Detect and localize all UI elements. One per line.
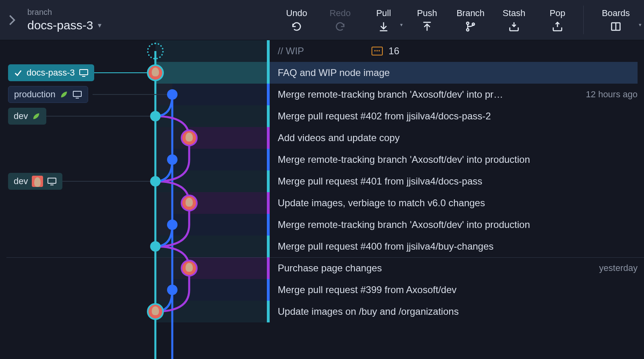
pull-dropdown-icon[interactable]: ▾ (400, 22, 403, 28)
ref-dev-local[interactable]: dev (8, 108, 46, 125)
commit-node-avatar[interactable] (181, 260, 198, 277)
stash-icon (508, 21, 520, 32)
redo-button[interactable]: Redo (318, 0, 362, 40)
chevron-right-icon (8, 14, 16, 26)
commit-node[interactable] (150, 176, 161, 187)
commit-message: Merge pull request #402 from jjsilva4/do… (278, 111, 491, 122)
commit-message: Merge remote-tracking branch 'Axosoft/de… (278, 89, 503, 100)
boards-icon (610, 21, 621, 32)
monitor-icon (72, 90, 82, 98)
branch-label: branch (27, 8, 124, 16)
wip-file-count: 16 (388, 45, 399, 57)
commit-message: Merge remote-tracking branch 'Axosoft/de… (278, 154, 530, 165)
branch-icon (465, 21, 476, 32)
commit-node[interactable] (150, 111, 161, 121)
wip-files-icon: ••• (372, 47, 383, 55)
ref-connector (60, 181, 150, 182)
commit-node-avatar[interactable] (147, 303, 164, 320)
leaf-icon (32, 112, 41, 121)
ref-label: dev (14, 176, 28, 187)
ref-label: docs-pass-3 (27, 68, 75, 78)
chevron-down-icon: ▾ (98, 21, 101, 30)
commit-row[interactable]: Purchase page changes yesterday (0, 257, 644, 279)
commit-message: Add videos and update copy (278, 132, 400, 144)
redo-icon (334, 21, 346, 32)
pop-icon (552, 21, 563, 32)
svg-point-4 (466, 22, 469, 24)
commit-row[interactable]: Merge pull request #400 from jjsilva4/bu… (0, 236, 644, 257)
commit-node[interactable] (167, 285, 178, 295)
commit-message: Purchase page changes (278, 263, 382, 274)
branch-name: docs-pass-3 (27, 18, 93, 32)
toolbar-separator (583, 6, 584, 34)
commit-row[interactable]: Merge remote-tracking branch 'Axosoft/de… (0, 214, 644, 236)
monitor-icon (79, 69, 89, 77)
boards-dropdown-icon[interactable]: ▾ (639, 22, 642, 28)
commit-message: Merge remote-tracking branch 'Axosoft/de… (278, 219, 530, 230)
commit-node[interactable] (167, 154, 178, 165)
commit-node[interactable] (167, 89, 178, 100)
ref-dev-remote[interactable]: dev (8, 173, 62, 190)
wip-label: // WIP (278, 45, 304, 57)
ref-docs-pass-3[interactable]: docs-pass-3 (8, 64, 94, 81)
commit-node-avatar[interactable] (181, 195, 198, 211)
back-button[interactable] (0, 0, 24, 40)
push-icon (421, 21, 433, 32)
monitor-icon (47, 177, 57, 185)
stash-button[interactable]: Stash (492, 0, 536, 40)
commit-node[interactable] (150, 241, 161, 252)
ref-production[interactable]: production (8, 86, 88, 103)
ref-label: production (14, 89, 56, 100)
remote-avatar-icon (32, 176, 43, 187)
svg-rect-18 (73, 91, 81, 96)
branch-button[interactable]: Branch (449, 0, 492, 40)
svg-rect-20 (48, 178, 56, 183)
commit-message: Merge pull request #399 from Axosoft/dev (278, 284, 456, 295)
commit-node[interactable] (167, 220, 178, 230)
commit-row[interactable]: Update images, verbiage to match v6.0 ch… (0, 192, 644, 214)
ref-label: dev (14, 111, 28, 121)
commit-message: Update images on /buy and /organizations (278, 306, 459, 317)
svg-rect-16 (80, 70, 88, 75)
wip-row[interactable]: // WIP ••• 16 (0, 40, 644, 62)
top-toolbar: branch docs-pass-3 ▾ Undo Redo Pull ▾ Pu… (0, 0, 644, 40)
svg-point-5 (466, 29, 469, 31)
wip-node-icon (147, 43, 164, 59)
boards-button[interactable]: Boards ▾ (588, 0, 644, 40)
branch-selector[interactable]: branch docs-pass-3 ▾ (24, 0, 129, 40)
check-icon (14, 68, 23, 77)
ref-connector (93, 72, 147, 73)
commit-row[interactable]: Merge remote-tracking branch 'Axosoft/de… (0, 149, 644, 170)
commit-time: yesterday (599, 263, 638, 273)
undo-icon (291, 21, 302, 32)
ref-connector (93, 94, 167, 95)
commit-message: Merge pull request #400 from jjsilva4/bu… (278, 241, 493, 252)
commit-row[interactable]: Add videos and update copy (0, 127, 644, 149)
commit-node-avatar[interactable] (147, 64, 164, 81)
leaf-icon (60, 90, 68, 99)
commit-node-avatar[interactable] (181, 129, 198, 146)
push-button[interactable]: Push (405, 0, 449, 40)
commit-graph: // WIP ••• 16 FAQ and WIP node image Mer… (0, 40, 644, 359)
pull-button[interactable]: Pull ▾ (362, 0, 405, 40)
commit-row[interactable]: Update images on /buy and /organizations (0, 301, 644, 322)
commit-time: 12 hours ago (586, 89, 638, 100)
pull-icon (378, 21, 389, 32)
commit-message: FAQ and WIP node image (278, 67, 390, 78)
commit-message: Merge pull request #401 from jjsilva4/do… (278, 176, 482, 187)
commit-message: Update images, verbiage to match v6.0 ch… (278, 197, 485, 209)
undo-button[interactable]: Undo (275, 0, 318, 40)
commit-row[interactable]: Merge pull request #399 from Axosoft/dev (0, 279, 644, 301)
pop-button[interactable]: Pop (536, 0, 579, 40)
ref-connector (44, 116, 150, 117)
